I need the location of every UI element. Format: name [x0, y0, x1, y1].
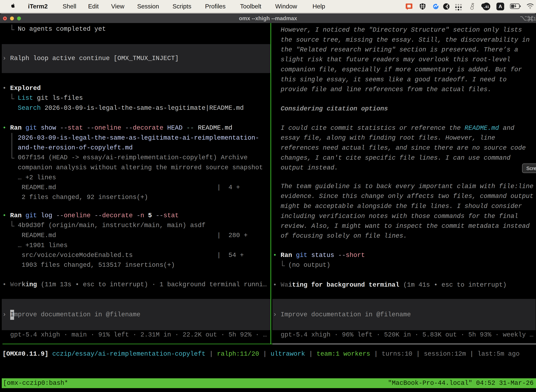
svg-text:1: 1: [533, 16, 536, 21]
